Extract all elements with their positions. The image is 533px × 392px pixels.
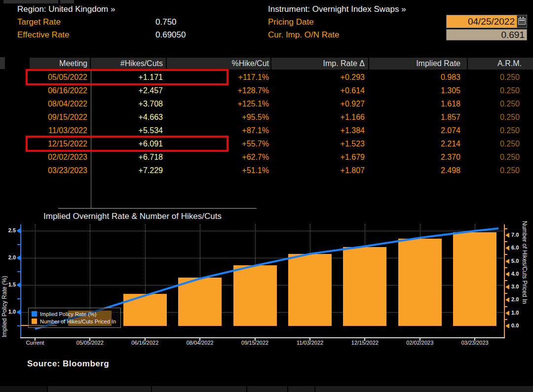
table-cell: 12/15/2022 [30, 137, 90, 150]
x-axis-line [20, 337, 505, 338]
table-row[interactable]: 06/16/2022+2.457+128.7%+0.6141.3050.250 [0, 84, 533, 97]
column-header: Imp. Rate Δ [270, 58, 368, 70]
table-cell: 2.214 [368, 137, 467, 150]
table-body: 05/05/2022+1.171+117.1%+0.2930.9830.2500… [0, 71, 533, 177]
x-axis-tick [145, 338, 146, 341]
table-cell: +0.293 [270, 71, 368, 84]
meetings-table: Meeting#Hikes/Cuts%Hike/CutImp. Rate ΔIm… [0, 58, 533, 177]
table-row[interactable]: 11/03/2022+5.534+87.1%+1.3842.0740.250 [0, 124, 533, 137]
window-chrome-fragment [60, 0, 74, 3]
right-axis-minor-tick [505, 319, 507, 320]
right-axis-minor-tick [505, 306, 507, 307]
x-axis-tick [35, 338, 36, 341]
table-cell: 0.250 [467, 124, 533, 137]
x-axis-tick [364, 338, 365, 341]
table-cell: +1.679 [270, 150, 368, 164]
legend-swatch-blue [32, 311, 37, 317]
right-axis-minor-tick [505, 228, 507, 229]
legend-item-hikes: Number of Hikes/Cuts Priced In [32, 318, 116, 325]
column-header: A.R.M. [467, 58, 533, 70]
table-cell: 1.857 [368, 110, 467, 124]
right-axis-minor-tick [505, 241, 507, 242]
table-cell: 09/15/2022 [30, 110, 90, 124]
window-chrome-tab [3, 0, 58, 3]
taskbar-seam [246, 386, 247, 392]
column-header: #Hikes/Cuts [90, 58, 166, 70]
table-cell: +4.663 [90, 110, 166, 124]
right-tick-label: 5.0 [511, 258, 519, 264]
left-axis-tick [16, 228, 20, 233]
table-row[interactable]: 09/15/2022+4.663+95.5%+1.1661.8570.250 [0, 110, 533, 124]
x-axis-label: 05/05/2022 [68, 340, 112, 346]
taskbar-seam [47, 386, 48, 392]
table-cell: +125.1% [166, 97, 270, 110]
table-cell: +1.807 [270, 164, 368, 177]
table-cell: 05/05/2022 [30, 71, 90, 84]
x-axis-label: 08/04/2022 [178, 340, 222, 346]
table-cell: 0.250 [467, 150, 533, 164]
pricing-date-input[interactable] [446, 15, 517, 28]
table-cell: +51.1% [166, 164, 270, 177]
right-axis-tick [505, 246, 509, 250]
table-cell: 2.074 [368, 124, 467, 137]
instrument-selector[interactable]: Instrument: Overnight Index Swaps » [268, 4, 406, 14]
right-tick-label: 1.0 [511, 310, 519, 316]
calendar-button[interactable] [517, 15, 527, 28]
taskbar-seam [151, 386, 152, 392]
effective-rate-label: Effective Rate [17, 30, 70, 40]
column-header: Implied Rate [368, 58, 467, 70]
table-cell: 1.305 [368, 84, 467, 97]
table-row[interactable]: 05/05/2022+1.171+117.1%+0.2930.9830.250 [0, 71, 533, 84]
taskbar-strip [0, 386, 533, 392]
table-row[interactable]: 12/15/2022+6.091+55.7%+1.5232.2140.250 [0, 137, 533, 150]
table-cell: 06/16/2022 [30, 84, 90, 97]
table-row[interactable]: 08/04/2022+3.708+125.1%+0.9271.6180.250 [0, 97, 533, 110]
region-selector[interactable]: Region: United Kingdom » [17, 4, 115, 14]
taskbar-seam [314, 386, 315, 392]
table-cell: +128.7% [166, 84, 270, 97]
table-row[interactable]: 02/02/2023+6.718+62.7%+1.6792.3700.250 [0, 150, 533, 164]
x-axis-label: Current [13, 340, 57, 346]
chart-legend: Implied Policy Rate (%) Number of Hikes/… [28, 308, 121, 328]
x-axis-label: 11/03/2022 [288, 340, 332, 346]
table-row[interactable]: 03/23/2023+7.229+51.1%+1.8072.4980.250 [0, 164, 533, 177]
x-axis-tick [474, 338, 475, 341]
table-cell: +0.927 [270, 97, 368, 110]
calendar-icon [518, 18, 526, 25]
table-cell: 1.618 [368, 97, 467, 110]
pane-separator-line [58, 208, 257, 209]
table-cell: 08/04/2022 [30, 97, 90, 110]
table-cell: 0.250 [467, 71, 533, 84]
table-cell: 2.370 [368, 150, 467, 164]
column-header: Meeting [30, 58, 90, 70]
right-axis-minor-tick [505, 267, 507, 268]
right-tick-label: 2.0 [511, 296, 519, 302]
table-cell: +1.384 [270, 124, 368, 137]
x-axis-label: 06/16/2022 [123, 340, 167, 346]
x-axis-label: 02/02/2023 [398, 340, 442, 346]
taskbar-segment [0, 386, 47, 392]
right-axis-tick [505, 259, 509, 264]
x-axis-tick [309, 338, 310, 341]
chart-title: Implied Overnight Rate & Number of Hikes… [43, 212, 222, 221]
table-cell: 0.250 [467, 137, 533, 150]
table-cell: 11/03/2022 [30, 124, 90, 137]
left-axis-tick [16, 283, 20, 287]
table-cell: 0.250 [467, 97, 533, 110]
table-cell: +95.5% [166, 110, 270, 124]
x-axis-label: 12/15/2022 [343, 340, 387, 346]
source-attribution: Source: Bloomberg [27, 359, 109, 369]
table-cell: +0.614 [270, 84, 368, 97]
legend-label: Number of Hikes/Cuts Priced In [40, 319, 116, 324]
cur-imp-rate-input[interactable] [446, 29, 527, 40]
table-cell: +1.171 [90, 71, 166, 84]
left-axis-label: Implied Policy Rate (%) [1, 224, 8, 337]
table-cell: +5.534 [90, 124, 166, 137]
x-axis-label: 09/15/2022 [233, 340, 277, 346]
table-cell: +7.229 [90, 164, 166, 177]
x-axis-label: 03/23/2023 [453, 340, 497, 346]
right-tick-label: 0.0 [511, 322, 519, 328]
target-rate-value: 0.750 [155, 17, 177, 27]
x-axis-tick [419, 338, 420, 341]
right-axis-tick [505, 285, 509, 289]
